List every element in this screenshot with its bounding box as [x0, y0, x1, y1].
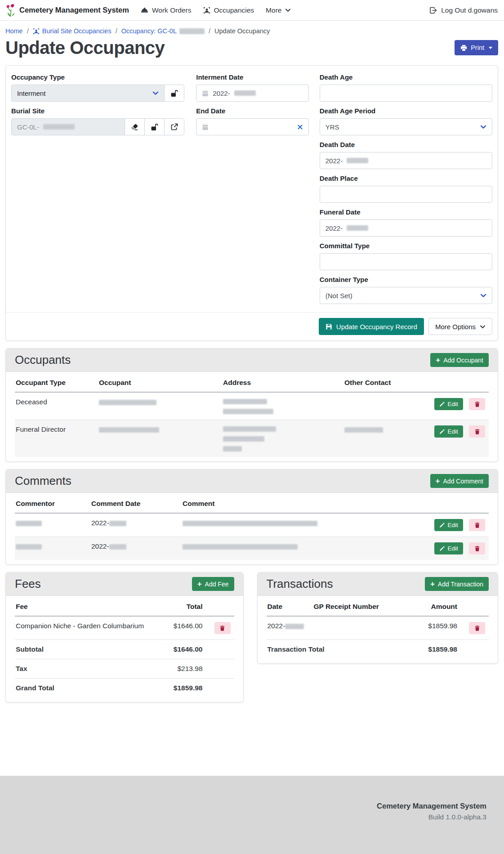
transactions-card: Transactions + Add Transaction Date GP R… — [257, 572, 499, 664]
edit-comment-button[interactable]: Edit — [434, 542, 463, 554]
unlock-icon — [170, 89, 178, 97]
fee-row: Companion Niche - Garden Columbarium $16… — [15, 616, 234, 640]
more-options-button[interactable]: More Options — [428, 318, 492, 335]
caret-down-icon — [489, 47, 492, 49]
redacted-text — [183, 544, 298, 550]
logout-button[interactable]: Log Out d.gowans — [429, 6, 498, 14]
container-type-select[interactable]: (Not Set) — [320, 287, 492, 304]
redacted-text — [223, 409, 273, 414]
field-end-date: End Date — [196, 107, 309, 135]
breadcrumb-separator: / — [209, 27, 210, 35]
burial-site-open-button[interactable] — [164, 118, 184, 135]
grand-total-label: Grand Total — [15, 679, 157, 698]
pencil-icon — [439, 523, 445, 528]
fees-grand-total-row: Grand Total $1859.98 — [15, 679, 234, 698]
redacted-text — [43, 124, 75, 130]
delete-fee-button[interactable] — [214, 622, 231, 634]
funeral-date-input[interactable]: 2022- — [320, 219, 492, 237]
death-date-input[interactable]: 2022- — [320, 152, 492, 169]
add-transaction-button[interactable]: + Add Transaction — [425, 577, 489, 591]
edit-label: Edit — [447, 522, 458, 528]
interment-date-input[interactable]: 2022- — [196, 85, 309, 102]
edit-occupant-button[interactable]: Edit — [434, 398, 463, 410]
redacted-text — [183, 521, 317, 526]
app-brand[interactable]: Cemetery Management System — [6, 4, 129, 17]
comment-row: 2022- Edit — [15, 513, 489, 537]
interment-date-value: 2022- — [213, 89, 230, 97]
column-header: Amount — [407, 597, 461, 616]
occupancy-type-select[interactable]: Interment — [11, 85, 165, 102]
logout-icon — [429, 7, 437, 14]
breadcrumb-home[interactable]: Home — [5, 27, 23, 35]
trash-icon — [474, 429, 480, 435]
add-occupant-button[interactable]: + Add Occupant — [430, 353, 489, 367]
more-options-label: More Options — [435, 323, 476, 331]
occupant-row: Funeral Director — [15, 420, 489, 457]
redacted-text — [99, 427, 159, 433]
update-occupancy-record-button[interactable]: Update Occupancy Record — [319, 318, 424, 335]
occupancy-type-lock-button[interactable] — [164, 85, 184, 102]
clear-end-date-button[interactable] — [297, 124, 303, 130]
breadcrumb-burial-label: Burial Site Occupancies — [42, 27, 112, 35]
end-date-input[interactable] — [196, 118, 309, 135]
delete-transaction-button[interactable] — [469, 622, 485, 634]
print-button[interactable]: Print — [455, 40, 498, 55]
breadcrumb-burial-site-occupancies[interactable]: Burial Site Occupancies — [33, 27, 112, 35]
transactions-title: Transactions — [267, 577, 333, 591]
comment-date-cell: 2022- — [91, 513, 183, 537]
delete-occupant-button[interactable] — [469, 425, 485, 438]
pencil-icon — [439, 402, 445, 407]
redacted-text — [16, 544, 42, 550]
occupant-type-cell: Deceased — [15, 392, 99, 420]
delete-comment-button[interactable] — [469, 519, 485, 531]
save-icon — [326, 323, 332, 330]
delete-comment-button[interactable] — [469, 542, 485, 554]
tax-value: $213.98 — [157, 659, 206, 679]
occupant-name-cell — [99, 420, 223, 457]
column-header-actions — [206, 597, 234, 616]
nav-item-work-orders[interactable]: Work Orders — [141, 6, 192, 14]
transaction-row: 2022- $1859.98 — [267, 616, 489, 640]
edit-comment-button[interactable]: Edit — [434, 519, 463, 531]
trash-icon — [474, 545, 480, 552]
subtotal-value: $1646.00 — [157, 640, 206, 659]
column-header: Occupant Type — [15, 373, 99, 392]
death-age-period-select[interactable]: YRS — [320, 118, 492, 135]
burial-site-label: Burial Site — [11, 107, 184, 115]
burial-site-clear-button[interactable] — [125, 118, 145, 135]
nav-item-occupancies[interactable]: Occupancies — [203, 6, 254, 14]
pencil-icon — [439, 429, 445, 434]
comment-cell — [183, 513, 430, 537]
field-death-place: Death Place — [320, 174, 492, 203]
plus-icon: + — [430, 580, 435, 588]
death-place-input[interactable] — [320, 186, 492, 203]
comments-title: Comments — [15, 474, 71, 488]
person-bounding-box-icon — [33, 28, 40, 35]
nav-item-more[interactable]: More — [266, 6, 291, 14]
burial-site-input[interactable]: GC-0L- — [11, 118, 125, 135]
redacted-text — [109, 521, 126, 526]
comments-card: Comments + Add Comment Commentor Comment… — [5, 469, 498, 565]
transaction-date-cell: 2022- — [267, 616, 314, 640]
field-committal-type: Committal Type — [320, 241, 492, 270]
edit-occupant-button[interactable]: Edit — [434, 425, 463, 438]
death-age-input[interactable] — [320, 85, 492, 102]
update-occupancy-record-label: Update Occupancy Record — [336, 323, 417, 331]
add-occupant-label: Add Occupant — [443, 357, 483, 364]
column-header: Total — [157, 597, 206, 616]
committal-type-input[interactable] — [320, 253, 492, 270]
top-navbar: Cemetery Management System Work Orders O… — [0, 0, 504, 21]
breadcrumb-occupancy[interactable]: Occupancy: GC-0L — [121, 27, 205, 35]
fees-tax-row: Tax $213.98 — [15, 659, 234, 679]
plus-icon: + — [436, 477, 440, 485]
funeral-date-label: Funeral Date — [320, 208, 492, 216]
edit-label: Edit — [447, 428, 458, 435]
delete-occupant-button[interactable] — [469, 398, 485, 410]
transaction-total-value: $1859.98 — [407, 640, 461, 659]
fees-title: Fees — [15, 577, 41, 591]
field-death-age: Death Age — [320, 73, 492, 102]
burial-site-lock-button[interactable] — [144, 118, 165, 135]
column-header: Commentor — [15, 494, 91, 513]
add-comment-button[interactable]: + Add Comment — [430, 474, 489, 488]
add-fee-button[interactable]: + Add Fee — [192, 577, 234, 591]
